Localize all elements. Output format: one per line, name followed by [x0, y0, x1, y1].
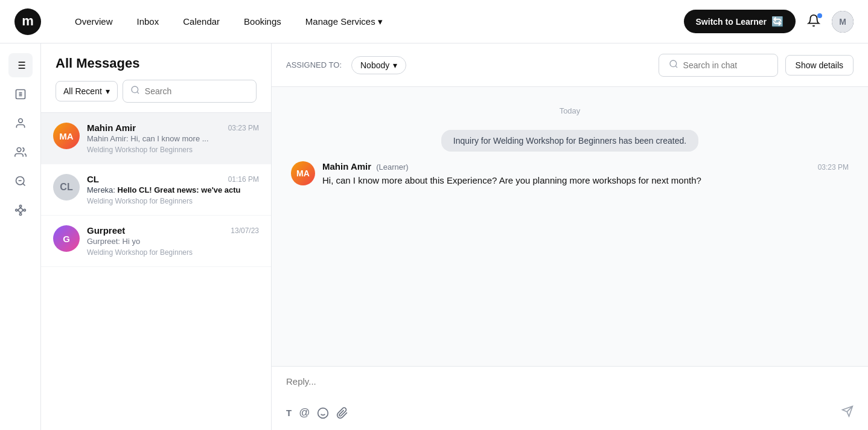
chat-msg-text: Hi, can I know more about this Experienc… [322, 174, 849, 188]
chat-message-mahin: MA Mahin Amir (Learner) 03:23 PM Hi, can… [291, 161, 849, 188]
chat-msg-sender-role: (Learner) [376, 162, 408, 172]
svg-line-17 [22, 184, 25, 186]
reply-box: T @ [272, 366, 868, 430]
avatar-cl: CL [53, 174, 80, 201]
filter-dropdown[interactable]: All Recent ▾ [56, 81, 118, 101]
notifications-button[interactable] [803, 11, 825, 33]
user-avatar-button[interactable]: M [832, 11, 854, 33]
chat-avatar-mahin: MA [291, 161, 315, 185]
sidebar-icons [0, 43, 41, 430]
reply-toolbar: T @ [286, 405, 854, 420]
avatar-gurpreet: G [53, 225, 80, 252]
logo: m [14, 8, 41, 35]
conv-tag-gurpreet: Welding Workshop for Beginners [87, 248, 259, 257]
chat-header-right: Show details [659, 54, 854, 77]
nav-overview[interactable]: Overview [65, 11, 123, 31]
message-list-panel: All Messages All Recent ▾ [41, 43, 272, 430]
conv-preview-gurpreet: Gurpreet: Hi yo [87, 237, 259, 246]
svg-point-20 [19, 205, 21, 207]
all-messages-title: All Messages [56, 56, 257, 71]
main-layout: All Messages All Recent ▾ [0, 43, 868, 430]
conv-content-cl: CL 01:16 PM Mereka: Hello CL! Great news… [87, 174, 259, 205]
conversation-item-cl[interactable]: CL CL 01:16 PM Mereka: Hello CL! Great n… [41, 164, 271, 216]
conv-preview-cl: Mereka: Hello CL! Great news: we've actu [87, 185, 259, 194]
conv-time-mahin: 03:23 PM [228, 124, 259, 132]
conversation-item-mahin[interactable]: MA Mahin Amir 03:23 PM Mahin Amir: Hi, c… [41, 113, 271, 164]
conv-tag-cl: Welding Workshop for Beginners [87, 197, 259, 205]
conv-tag-mahin: Welding Workshop for Beginners [87, 146, 259, 154]
svg-point-23 [24, 209, 25, 211]
top-nav: m Overview Inbox Calendar Bookings Manag… [0, 0, 868, 43]
chat-messages: Today Inquiry for Welding Workshop for B… [272, 87, 868, 366]
assigned-label: ASSIGNED TO: [286, 60, 342, 69]
chevron-down-icon: ▾ [106, 86, 110, 96]
attach-button[interactable] [336, 407, 348, 419]
svg-point-28 [132, 86, 138, 93]
conv-content-gurpreet: Gurpreet 13/07/23 Gurpreet: Hi yo Weldin… [87, 225, 259, 257]
chat-msg-body-mahin: Mahin Amir (Learner) 03:23 PM Hi, can I … [322, 161, 849, 188]
emoji-button[interactable] [317, 407, 329, 419]
reply-textarea[interactable] [286, 376, 854, 398]
sidebar-icon-list[interactable] [8, 82, 33, 106]
system-message: Inquiry for Welding Workshop for Beginne… [441, 130, 698, 152]
svg-point-21 [19, 213, 21, 215]
search-icon [669, 59, 678, 71]
bold-button[interactable]: T [286, 408, 292, 418]
nav-calendar[interactable]: Calendar [173, 11, 229, 31]
chevron-down-icon: ▾ [393, 60, 397, 70]
switch-to-learner-button[interactable]: Switch to Learner 🔄 [684, 10, 796, 33]
sidebar-icon-network[interactable] [8, 198, 33, 222]
assigned-dropdown[interactable]: Nobody ▾ [351, 56, 406, 74]
switch-icon: 🔄 [771, 16, 783, 27]
conv-name-cl: CL [87, 174, 99, 184]
send-button[interactable] [841, 405, 854, 420]
svg-text:m: m [22, 13, 34, 28]
svg-point-30 [670, 60, 677, 67]
svg-point-19 [18, 208, 22, 213]
svg-point-22 [15, 209, 17, 211]
conv-content-mahin: Mahin Amir 03:23 PM Mahin Amir: Hi, can … [87, 123, 259, 154]
chat-msg-time: 03:23 PM [818, 163, 849, 172]
sidebar-icon-users[interactable] [8, 140, 33, 164]
chat-msg-sender-name: Mahin Amir [322, 161, 371, 172]
svg-point-32 [318, 408, 328, 418]
sidebar-icon-search-filter[interactable] [8, 169, 33, 193]
conversation-item-gurpreet[interactable]: G Gurpreet 13/07/23 Gurpreet: Hi yo Weld… [41, 216, 271, 267]
search-bar [123, 80, 257, 103]
conv-name-mahin: Mahin Amir [87, 123, 136, 133]
sidebar-icon-filter[interactable] [8, 53, 33, 77]
conv-time-cl: 01:16 PM [228, 175, 259, 184]
chat-panel: ASSIGNED TO: Nobody ▾ Show details [272, 43, 868, 430]
chevron-down-icon: ▾ [378, 16, 383, 27]
conv-time-gurpreet: 13/07/23 [231, 226, 259, 235]
svg-text:M: M [839, 17, 846, 27]
nav-right: Switch to Learner 🔄 M [684, 10, 854, 33]
conv-name-gurpreet: Gurpreet [87, 225, 125, 236]
notification-badge [817, 13, 822, 18]
chat-header: ASSIGNED TO: Nobody ▾ Show details [272, 43, 868, 87]
conversation-list: MA Mahin Amir 03:23 PM Mahin Amir: Hi, c… [41, 113, 271, 430]
svg-point-14 [18, 119, 22, 123]
search-icon [130, 85, 140, 97]
search-in-chat-input[interactable] [683, 60, 768, 70]
nav-bookings[interactable]: Bookings [234, 11, 291, 31]
nav-links: Overview Inbox Calendar Bookings Manage … [65, 11, 665, 32]
sidebar-icon-user[interactable] [8, 111, 33, 135]
nav-manage-services[interactable]: Manage Services ▾ [296, 11, 392, 32]
mention-button[interactable]: @ [299, 406, 310, 419]
chat-msg-header-mahin: Mahin Amir (Learner) 03:23 PM [322, 161, 849, 172]
message-list-filters: All Recent ▾ [56, 80, 257, 103]
show-details-button[interactable]: Show details [785, 55, 854, 75]
svg-line-29 [137, 92, 139, 94]
search-input[interactable] [145, 86, 249, 96]
svg-line-31 [675, 66, 677, 68]
svg-point-15 [17, 148, 21, 152]
avatar-mahin: MA [53, 123, 80, 149]
message-list-header: All Messages All Recent ▾ [41, 43, 271, 113]
nav-inbox[interactable]: Inbox [127, 11, 169, 31]
conv-preview-mahin: Mahin Amir: Hi, can I know more ... [87, 134, 259, 143]
search-in-chat [659, 54, 778, 77]
date-divider: Today [291, 106, 849, 115]
